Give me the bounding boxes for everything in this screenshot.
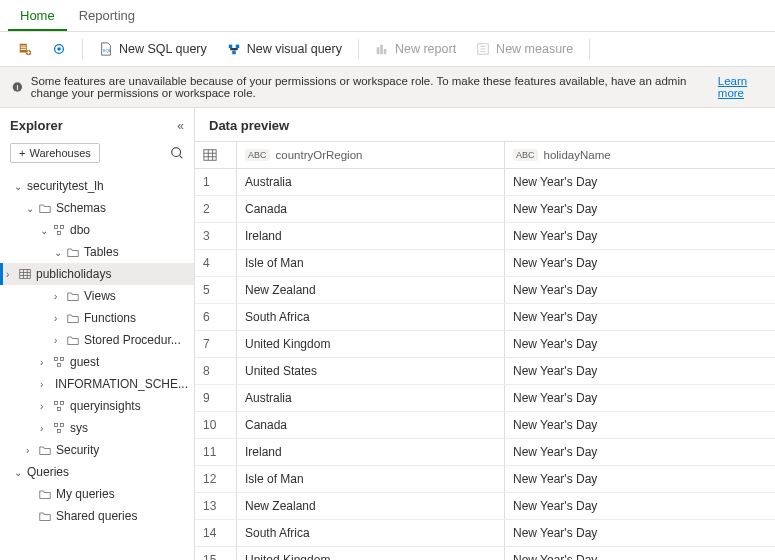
tree-item-database[interactable]: ⌄securitytest_lh [0, 175, 194, 197]
add-warehouse-button[interactable]: + Warehouses [10, 143, 100, 163]
tree-item-security[interactable]: ›Security [0, 439, 194, 461]
row-number-cell: 14 [195, 520, 237, 546]
tree-item-functions[interactable]: ›Functions [0, 307, 194, 329]
svg-text:i: i [16, 84, 18, 91]
table-row[interactable]: 15United KingdomNew Year's Day [195, 547, 775, 560]
tree-item-information-schema[interactable]: ›INFORMATION_SCHE... [0, 373, 194, 395]
table-row[interactable]: 10CanadaNew Year's Day [195, 412, 775, 439]
cell-holidayname: New Year's Day [505, 196, 775, 222]
abc-type-icon: ABC [513, 149, 538, 161]
chevron-right-icon: › [40, 401, 48, 412]
schema-icon [53, 224, 65, 236]
svg-rect-27 [55, 424, 58, 427]
svg-rect-14 [55, 226, 58, 229]
cell-holidayname: New Year's Day [505, 547, 775, 560]
table-row[interactable]: 4Isle of ManNew Year's Day [195, 250, 775, 277]
table-row[interactable]: 13New ZealandNew Year's Day [195, 493, 775, 520]
table-row[interactable]: 12Isle of ManNew Year's Day [195, 466, 775, 493]
table-row[interactable]: 7United KingdomNew Year's Day [195, 331, 775, 358]
table-row[interactable]: 11IrelandNew Year's Day [195, 439, 775, 466]
cell-countryorregion: New Zealand [237, 493, 505, 519]
chevron-down-icon: ⌄ [40, 225, 48, 236]
svg-point-2 [57, 47, 61, 51]
data-grid[interactable]: ABCcountryOrRegion ABCholidayName 1Austr… [195, 141, 775, 560]
row-number-header[interactable] [195, 142, 237, 168]
warehouses-label: Warehouses [29, 147, 90, 159]
sql-file-icon: SQL [99, 42, 113, 56]
cell-countryorregion: United Kingdom [237, 547, 505, 560]
explorer-panel: Explorer « + Warehouses ⌄securitytest_lh… [0, 108, 195, 560]
chevron-right-icon: › [6, 269, 14, 280]
row-number-cell: 1 [195, 169, 237, 195]
svg-rect-15 [61, 226, 64, 229]
svg-rect-28 [61, 424, 64, 427]
cell-holidayname: New Year's Day [505, 331, 775, 357]
new-sql-query-button[interactable]: SQL New SQL query [91, 38, 215, 60]
tab-home[interactable]: Home [8, 0, 67, 31]
row-number-cell: 2 [195, 196, 237, 222]
svg-rect-26 [58, 408, 61, 411]
row-number-cell: 5 [195, 277, 237, 303]
row-number-cell: 6 [195, 304, 237, 330]
svg-rect-19 [61, 358, 64, 361]
new-measure-button: New measure [468, 38, 581, 60]
table-row[interactable]: 1AustraliaNew Year's Day [195, 169, 775, 196]
chevron-right-icon: › [54, 335, 62, 346]
new-measure-label: New measure [496, 42, 573, 56]
table-row[interactable]: 2CanadaNew Year's Day [195, 196, 775, 223]
row-number-cell: 10 [195, 412, 237, 438]
cell-countryorregion: Isle of Man [237, 466, 505, 492]
tree-item-queryinsights[interactable]: ›queryinsights [0, 395, 194, 417]
schema-icon [53, 356, 65, 368]
new-report-button: New report [367, 38, 464, 60]
get-data-button[interactable] [10, 38, 40, 60]
folder-icon [67, 312, 79, 324]
tree-item-queries[interactable]: ⌄Queries [0, 461, 194, 483]
cell-countryorregion: United States [237, 358, 505, 384]
cell-countryorregion: New Zealand [237, 277, 505, 303]
tree-item-sharedqueries[interactable]: Shared queries [0, 505, 194, 527]
tree-item-schemas[interactable]: ⌄Schemas [0, 197, 194, 219]
tab-reporting[interactable]: Reporting [67, 0, 147, 31]
tree-item-guest[interactable]: ›guest [0, 351, 194, 373]
cell-holidayname: New Year's Day [505, 277, 775, 303]
column-header-countryorregion[interactable]: ABCcountryOrRegion [237, 142, 505, 168]
learn-more-link[interactable]: Learn more [718, 75, 763, 99]
folder-icon [39, 510, 51, 522]
column-header-holidayname[interactable]: ABCholidayName [505, 142, 775, 168]
tree-item-dbo[interactable]: ⌄dbo [0, 219, 194, 241]
chevron-down-icon: ⌄ [26, 203, 34, 214]
visual-query-icon [227, 42, 241, 56]
svg-point-13 [172, 148, 181, 157]
cell-countryorregion: Ireland [237, 439, 505, 465]
table-icon [19, 268, 31, 280]
table-row[interactable]: 8United StatesNew Year's Day [195, 358, 775, 385]
settings-button[interactable] [44, 38, 74, 60]
collapse-explorer-icon[interactable]: « [177, 119, 184, 133]
table-row[interactable]: 9AustraliaNew Year's Day [195, 385, 775, 412]
tree-item-myqueries[interactable]: My queries [0, 483, 194, 505]
table-row[interactable]: 3IrelandNew Year's Day [195, 223, 775, 250]
svg-rect-6 [232, 51, 236, 55]
table-row[interactable]: 14South AfricaNew Year's Day [195, 520, 775, 547]
schema-icon [53, 400, 65, 412]
cell-countryorregion: South Africa [237, 304, 505, 330]
tree-item-sprocs[interactable]: ›Stored Procedur... [0, 329, 194, 351]
chevron-down-icon: ⌄ [14, 181, 22, 192]
row-number-cell: 9 [195, 385, 237, 411]
svg-rect-29 [58, 430, 61, 433]
toolbar: SQL New SQL query New visual query New r… [0, 32, 775, 67]
table-row[interactable]: 5New ZealandNew Year's Day [195, 277, 775, 304]
folder-icon [67, 334, 79, 346]
measure-icon [476, 42, 490, 56]
table-row[interactable]: 6South AfricaNew Year's Day [195, 304, 775, 331]
tree-item-views[interactable]: ›Views [0, 285, 194, 307]
tree-item-sys[interactable]: ›sys [0, 417, 194, 439]
new-visual-query-button[interactable]: New visual query [219, 38, 350, 60]
cell-holidayname: New Year's Day [505, 439, 775, 465]
tree-item-tables[interactable]: ⌄Tables [0, 241, 194, 263]
search-icon[interactable] [170, 146, 184, 160]
row-number-cell: 4 [195, 250, 237, 276]
cell-countryorregion: South Africa [237, 520, 505, 546]
tree-item-publicholidays[interactable]: ›publicholidays [0, 263, 194, 285]
